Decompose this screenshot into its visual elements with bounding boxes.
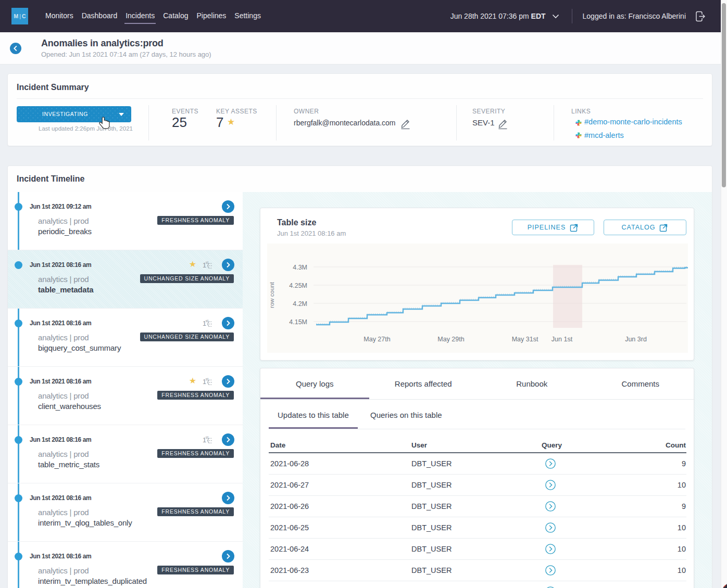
svg-text:Jun 1st: Jun 1st [551, 336, 573, 343]
svg-text:st: st [206, 319, 208, 323]
svg-text:Jun 3rd: Jun 3rd [625, 336, 647, 343]
svg-text:st: st [206, 261, 208, 264]
svg-text:st: st [206, 436, 208, 439]
svg-text:row count: row count [269, 282, 275, 308]
svg-text:May 27th: May 27th [364, 336, 390, 343]
svg-text:May 31st: May 31st [512, 336, 538, 343]
svg-text:4.2M: 4.2M [293, 300, 307, 308]
svg-text:4.3M: 4.3M [293, 264, 307, 271]
svg-text:st: st [206, 377, 208, 381]
svg-text:May 29th: May 29th [437, 336, 464, 343]
svg-text:4.15M: 4.15M [289, 318, 307, 326]
svg-text:4.25M: 4.25M [289, 282, 307, 289]
